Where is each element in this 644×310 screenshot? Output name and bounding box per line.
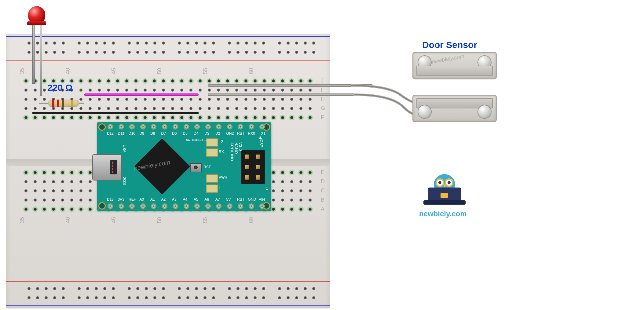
nano-pin-hole xyxy=(259,124,265,129)
terminal-hole xyxy=(189,79,192,82)
power-hole xyxy=(112,287,115,290)
terminal-hole xyxy=(272,89,275,92)
terminal-hole xyxy=(144,98,147,101)
terminal-hole xyxy=(281,208,284,211)
terminal-hole xyxy=(34,107,37,110)
led-lead-anode xyxy=(40,25,42,96)
arduino-nano: RST TX RX PWR L ICSP 1 ARDUINO NANO V3.0… xyxy=(97,122,271,211)
led-lead-cathode xyxy=(32,25,35,84)
terminal-hole xyxy=(34,208,37,211)
terminal-hole xyxy=(180,116,183,119)
terminal-hole xyxy=(153,116,156,119)
terminal-hole xyxy=(226,116,229,119)
nano-pin-label: A1 xyxy=(150,197,155,202)
power-hole xyxy=(287,296,290,299)
terminal-hole xyxy=(24,180,27,183)
terminal-hole xyxy=(299,98,302,101)
terminal-hole xyxy=(171,98,174,101)
terminal-hole xyxy=(116,98,119,101)
terminal-hole xyxy=(199,98,202,101)
power-hole xyxy=(145,42,148,45)
nano-pin-hole xyxy=(227,124,232,129)
terminal-hole xyxy=(125,89,128,92)
terminal-hole xyxy=(281,107,284,110)
row-label: B xyxy=(321,197,324,203)
nano-pin-hole xyxy=(151,124,156,129)
terminal-hole xyxy=(52,208,55,211)
terminal-hole xyxy=(208,98,211,101)
power-hole xyxy=(62,287,65,290)
nano-pin-hole xyxy=(216,124,221,129)
power-hole xyxy=(236,51,240,54)
terminal-hole xyxy=(226,79,229,82)
power-hole xyxy=(304,42,307,45)
terminal-hole xyxy=(272,116,275,119)
power-hole xyxy=(212,287,215,290)
wire-grey-2 xyxy=(208,93,354,96)
power-hole xyxy=(78,51,81,54)
terminal-hole xyxy=(79,116,82,119)
power-hole xyxy=(186,51,189,54)
power-hole xyxy=(236,296,240,299)
terminal-hole xyxy=(134,116,137,119)
terminal-hole xyxy=(217,116,220,119)
row-label: I xyxy=(321,87,322,93)
terminal-hole xyxy=(61,171,64,174)
terminal-hole xyxy=(43,171,46,174)
nano-pin-hole xyxy=(108,203,113,209)
row-label: G xyxy=(321,105,325,111)
power-hole xyxy=(45,42,48,45)
terminal-hole xyxy=(144,107,147,110)
terminal-hole xyxy=(89,171,92,174)
reset-button[interactable] xyxy=(190,163,202,172)
terminal-hole xyxy=(235,89,238,92)
terminal-hole xyxy=(299,208,302,211)
terminal-hole xyxy=(217,89,220,92)
terminal-hole xyxy=(144,79,147,82)
power-hole xyxy=(228,42,231,45)
power-hole xyxy=(262,287,265,290)
terminal-hole xyxy=(52,116,55,119)
terminal-hole xyxy=(171,107,174,110)
nano-pin-hole xyxy=(162,124,167,129)
terminal-hole xyxy=(43,199,46,202)
nano-pin-hole xyxy=(184,124,189,129)
power-hole xyxy=(312,287,315,290)
terminal-hole xyxy=(70,180,73,183)
nano-pin-label: REF xyxy=(129,197,136,202)
terminal-hole xyxy=(162,89,165,92)
nano-pin-label: A7 xyxy=(215,197,220,202)
nano-pin-label: GND xyxy=(226,131,235,136)
nano-pin-hole xyxy=(194,124,200,129)
resistor-body xyxy=(48,100,79,107)
power-hole xyxy=(262,42,265,45)
terminal-hole xyxy=(89,180,92,183)
nano-pin-label: D13 xyxy=(107,197,114,202)
power-hole xyxy=(27,287,31,290)
nano-pin-label: VIN xyxy=(259,197,265,202)
terminal-hole xyxy=(43,89,46,92)
power-hole xyxy=(278,296,281,299)
nano-pin-label: A5 xyxy=(194,197,198,202)
power-hole xyxy=(136,296,139,299)
col-label: 40 xyxy=(65,217,71,223)
col-label: 50 xyxy=(156,68,163,74)
logo-text: newbiely.com xyxy=(419,210,467,218)
terminal-hole xyxy=(144,89,147,92)
terminal-hole xyxy=(70,208,73,211)
terminal-hole xyxy=(52,199,55,202)
terminal-hole xyxy=(34,98,37,101)
terminal-hole xyxy=(180,89,183,92)
power-hole xyxy=(245,287,248,290)
resistor-lead-left xyxy=(39,103,48,104)
terminal-hole xyxy=(299,79,302,82)
terminal-hole xyxy=(263,89,266,92)
terminal-hole xyxy=(309,116,312,119)
terminal-hole xyxy=(89,189,92,192)
terminal-hole xyxy=(208,89,211,92)
power-hole xyxy=(312,296,315,299)
resistor-band-4 xyxy=(71,100,73,107)
nano-corner-hole xyxy=(98,123,106,131)
power-hole xyxy=(287,42,290,45)
power-hole xyxy=(178,51,181,54)
